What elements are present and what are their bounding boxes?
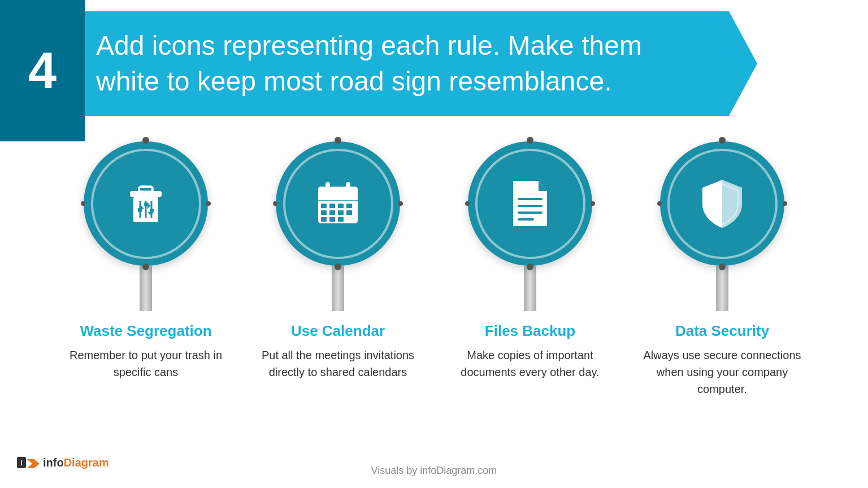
svg-rect-17	[329, 210, 335, 215]
sign-circle-security	[660, 141, 784, 311]
calendar-icon	[310, 175, 366, 232]
sign-label-calendar: Use Calendar	[291, 322, 385, 340]
svg-rect-2	[139, 187, 153, 192]
footer-logo: i infoDiagram	[17, 454, 109, 471]
logo-text-diagram: Diagram	[64, 456, 109, 469]
sign-outer-calendar	[276, 141, 400, 266]
dot-left-waste	[81, 201, 85, 206]
svg-rect-15	[346, 204, 352, 208]
svg-rect-18	[338, 210, 344, 215]
document-icon	[502, 175, 558, 232]
footer-attribution: Visuals by infoDiagram.com	[371, 465, 497, 477]
sign-data-security: Data Security Always use secure connecti…	[637, 141, 807, 398]
svg-rect-20	[321, 217, 327, 222]
sign-outer-waste	[84, 141, 208, 266]
sign-circle-calendar	[276, 141, 400, 311]
sign-label-files: Files Backup	[485, 322, 575, 340]
svg-marker-29	[27, 459, 40, 468]
sign-post-security	[716, 266, 728, 311]
sign-post-files	[524, 266, 536, 311]
svg-rect-22	[338, 217, 344, 222]
sign-inner-waste	[91, 149, 201, 259]
logo-text-info: info	[43, 456, 64, 469]
sign-label-waste: Waste Segregation	[80, 322, 211, 340]
sign-inner-security	[667, 149, 778, 259]
shield-icon	[694, 175, 750, 232]
sign-desc-calendar: Put all the meetings invitations directl…	[253, 347, 423, 381]
sign-outer-files	[468, 141, 592, 266]
svg-rect-14	[338, 204, 344, 208]
svg-text:i: i	[20, 459, 23, 467]
sign-post-waste	[140, 266, 152, 311]
dot-right-waste	[206, 201, 211, 206]
sign-desc-waste: Remember to put your trash in specific c…	[61, 347, 231, 381]
svg-rect-21	[329, 217, 335, 222]
sign-inner-calendar	[283, 149, 393, 259]
dot-right-calendar	[398, 201, 403, 206]
dot-right-files	[591, 201, 595, 206]
svg-rect-13	[329, 204, 335, 208]
recycle-icon	[118, 175, 174, 232]
dot-right-security	[783, 201, 787, 206]
svg-rect-19	[346, 210, 352, 215]
sign-post-calendar	[332, 266, 344, 311]
dot-left-calendar	[273, 201, 277, 206]
sign-circle-waste	[84, 141, 208, 311]
svg-rect-9	[326, 182, 330, 192]
step-number: 4	[28, 42, 57, 100]
sign-calendar: Use Calendar Put all the meetings invita…	[253, 141, 423, 381]
svg-rect-16	[321, 210, 327, 215]
sign-label-security: Data Security	[675, 322, 769, 340]
svg-rect-12	[321, 204, 327, 208]
footer: Visuals by infoDiagram.com i infoDiagram	[0, 465, 868, 477]
sign-waste-segregation: Waste Segregation Remember to put your t…	[61, 141, 231, 381]
sign-outer-security	[660, 141, 784, 266]
sign-circle-files	[468, 141, 592, 311]
dot-left-security	[657, 201, 662, 206]
sign-desc-files: Make copies of important documents every…	[445, 347, 615, 381]
dot-left-files	[465, 201, 470, 206]
header-banner: Add icons representing each rule. Make t…	[51, 11, 757, 116]
sign-desc-security: Always use secure connections when using…	[637, 347, 807, 398]
svg-rect-8	[318, 192, 358, 197]
sign-inner-files	[475, 149, 585, 259]
banner-text: Add icons representing each rule. Make t…	[96, 28, 642, 99]
sign-files-backup: Files Backup Make copies of important do…	[445, 141, 615, 381]
step-number-box: 4	[0, 0, 85, 141]
svg-rect-10	[346, 182, 350, 192]
signs-container: Waste Segregation Remember to put your t…	[0, 141, 868, 398]
infodiagram-logo-icon: i	[17, 454, 40, 471]
